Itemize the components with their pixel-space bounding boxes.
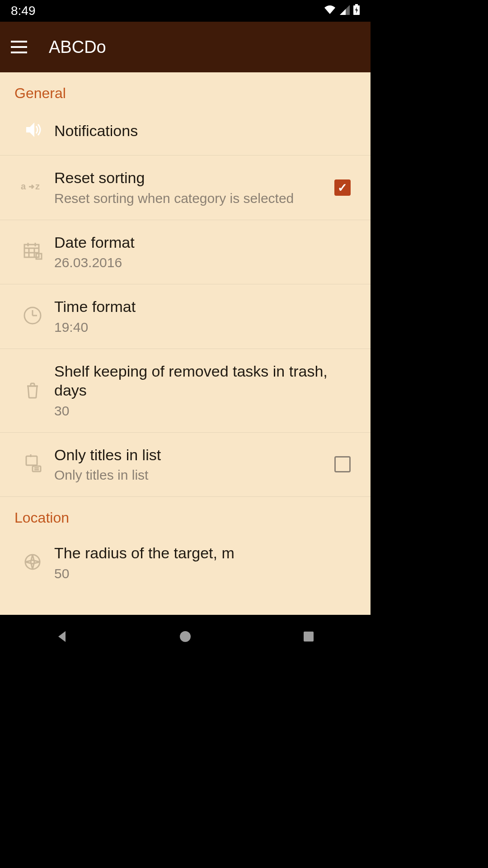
time-format-title: Time format: [54, 297, 349, 316]
date-format-title: Date format: [54, 233, 349, 252]
clock-icon: [22, 305, 43, 328]
status-right: [324, 4, 360, 18]
nav-recent-button[interactable]: [295, 623, 322, 650]
row-shelf-keeping[interactable]: Shelf keeping of removed tasks in trash,…: [0, 349, 371, 433]
nav-back-button[interactable]: [48, 623, 75, 650]
notifications-title: Notifications: [54, 121, 349, 141]
sort-az-icon: a z: [21, 180, 44, 195]
svg-rect-15: [26, 456, 37, 465]
svg-rect-1: [355, 4, 358, 5]
row-target-radius[interactable]: The radius of the target, m 50: [0, 531, 371, 595]
section-header-location: Location: [0, 497, 371, 531]
svg-text:a: a: [21, 181, 26, 191]
nav-home-button[interactable]: [172, 623, 199, 650]
shelf-keeping-value: 30: [54, 402, 349, 420]
svg-text:z: z: [35, 181, 40, 191]
app-title: ABCDo: [49, 38, 106, 57]
status-time: 8:49: [11, 4, 36, 18]
target-radius-title: The radius of the target, m: [54, 543, 349, 563]
row-date-format[interactable]: Date format 26.03.2016: [0, 220, 371, 285]
trash-icon: [22, 379, 43, 402]
battery-icon: [353, 4, 360, 18]
list-icon: [22, 453, 43, 476]
reset-sorting-checkbox[interactable]: [334, 179, 351, 196]
nav-bar: [0, 615, 371, 658]
only-titles-subtitle: Only titles in list: [54, 466, 322, 484]
calendar-icon: [22, 240, 43, 264]
menu-button[interactable]: [11, 41, 27, 53]
compass-icon: [22, 551, 43, 575]
reset-sorting-title: Reset sorting: [54, 168, 322, 188]
status-bar: 8:49: [0, 0, 371, 22]
target-radius-value: 50: [54, 565, 349, 582]
row-notifications[interactable]: Notifications: [0, 106, 371, 156]
svg-rect-17: [33, 466, 41, 472]
screen: 8:49 ABCDo General: [0, 0, 371, 658]
settings-list[interactable]: General Notifications: [0, 72, 371, 615]
speaker-icon: [22, 119, 43, 142]
reset-sorting-subtitle: Reset sorting when category is selected: [54, 189, 322, 207]
row-time-format[interactable]: Time format 19:40: [0, 284, 371, 349]
only-titles-checkbox[interactable]: [334, 456, 351, 472]
svg-point-21: [180, 631, 191, 642]
date-format-value: 26.03.2016: [54, 254, 349, 271]
only-titles-title: Only titles in list: [54, 445, 322, 465]
shelf-keeping-title: Shelf keeping of removed tasks in trash,…: [54, 362, 349, 400]
time-format-value: 19:40: [54, 318, 349, 336]
svg-rect-22: [304, 632, 314, 642]
section-header-general: General: [0, 72, 371, 106]
cell-signal-icon: [340, 4, 350, 18]
row-reset-sorting[interactable]: a z Reset sorting Reset sorting when cat…: [0, 156, 371, 220]
row-only-titles[interactable]: Only titles in list Only titles in list: [0, 433, 371, 497]
app-bar: ABCDo: [0, 22, 371, 72]
wifi-icon: [324, 4, 336, 18]
